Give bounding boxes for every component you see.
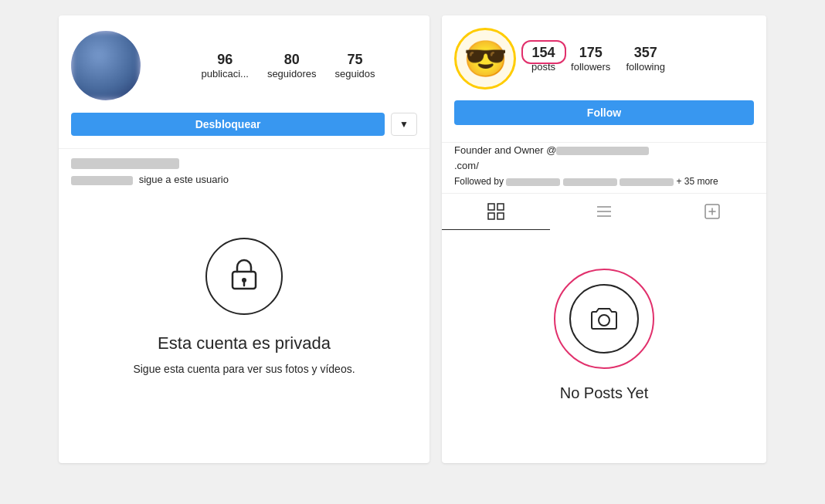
username-blur <box>71 158 179 169</box>
grid-view-button[interactable] <box>442 194 550 230</box>
follower-name-blur <box>71 176 133 185</box>
right-following-label: following <box>626 61 665 73</box>
lock-icon <box>225 255 263 299</box>
follow-button[interactable]: Follow <box>454 100 754 125</box>
bio-blur-handle <box>556 147 649 155</box>
followed-more: + 35 more <box>676 176 718 187</box>
lock-circle <box>205 238 283 315</box>
follows-you-label: sigue a este usuario <box>139 174 229 185</box>
posts-count: 96 <box>217 52 233 68</box>
svg-rect-6 <box>497 213 504 219</box>
bio-line1: Founder and Owner @ <box>454 144 556 156</box>
no-posts-section: No Posts Yet <box>442 230 766 433</box>
followed-by: Followed by + 35 more <box>454 176 754 187</box>
stat-following: 75 seguidos <box>334 52 375 79</box>
red-highlight-circle <box>521 40 566 64</box>
dropdown-button[interactable]: ▼ <box>391 113 417 136</box>
right-panel: 😎 154 posts 175 followers <box>442 15 766 463</box>
bio-text: Founder and Owner @ .com/ <box>454 143 754 173</box>
posts-label: publicaci... <box>201 68 248 79</box>
follower2-blur <box>563 178 617 186</box>
right-stat-posts: 154 posts <box>531 45 555 73</box>
follows-you-text: sigue a este usuario <box>71 174 417 185</box>
unblock-button[interactable]: Desbloquear <box>71 113 385 136</box>
grid-icons-row <box>442 193 766 230</box>
emoji-avatar: 😎 <box>454 28 516 90</box>
bio-section: Founder and Owner @ .com/ Followed by + … <box>442 143 766 193</box>
following-count: 75 <box>347 52 362 68</box>
private-section: Esta cuenta es privada Sigue esta cuenta… <box>59 191 429 406</box>
followers-label: seguidores <box>267 68 317 79</box>
list-view-button[interactable] <box>550 194 658 230</box>
posts-number-wrapper: 154 <box>532 45 555 61</box>
svg-point-11 <box>599 315 609 326</box>
camera-icon <box>586 301 622 337</box>
stat-followers: 80 seguidores <box>267 52 317 79</box>
camera-inner-circle <box>569 284 639 353</box>
avatar <box>71 31 141 100</box>
svg-rect-4 <box>497 204 504 210</box>
stat-posts: 96 publicaci... <box>201 52 248 79</box>
private-title: Esta cuenta es privada <box>158 333 331 353</box>
right-followers-label: followers <box>571 61 610 73</box>
right-stats-row: 154 posts 175 followers 357 following <box>531 45 754 73</box>
followed-by-label: Followed by <box>454 176 504 187</box>
right-followers-count: 175 <box>579 45 603 61</box>
tagged-view-button[interactable] <box>658 194 766 230</box>
avatar-emoji: 😎 <box>463 38 508 79</box>
avatar-image <box>71 31 141 100</box>
right-stat-followers: 175 followers <box>571 45 610 73</box>
follower1-blur <box>506 178 560 186</box>
left-header: 96 publicaci... 80 seguidores 75 seguido… <box>59 15 429 149</box>
bio-line2: .com/ <box>454 160 479 171</box>
action-row: Desbloquear ▼ <box>71 113 417 136</box>
svg-rect-5 <box>488 213 494 219</box>
follower3-blur <box>620 178 674 186</box>
svg-rect-3 <box>488 204 494 210</box>
right-header: 😎 154 posts 175 followers <box>442 15 766 143</box>
private-subtitle: Sigue esta cuenta para ver sus fotos y v… <box>133 363 355 375</box>
left-profile-row: 96 publicaci... 80 seguidores 75 seguido… <box>71 31 417 100</box>
follow-btn-row: Follow <box>454 100 754 125</box>
stats-row: 96 publicaci... 80 seguidores 75 seguido… <box>159 52 417 79</box>
no-posts-label: No Posts Yet <box>560 384 649 402</box>
followers-count: 80 <box>284 52 300 68</box>
right-stat-following: 357 following <box>626 45 665 73</box>
username-section: sigue a este usuario <box>59 149 429 191</box>
right-profile-row: 😎 154 posts 175 followers <box>454 28 754 90</box>
left-panel: 96 publicaci... 80 seguidores 75 seguido… <box>59 15 429 463</box>
camera-outer-circle <box>554 269 654 369</box>
main-container: 96 publicaci... 80 seguidores 75 seguido… <box>0 0 825 504</box>
following-label: seguidos <box>334 68 375 79</box>
right-following-count: 357 <box>634 45 657 61</box>
